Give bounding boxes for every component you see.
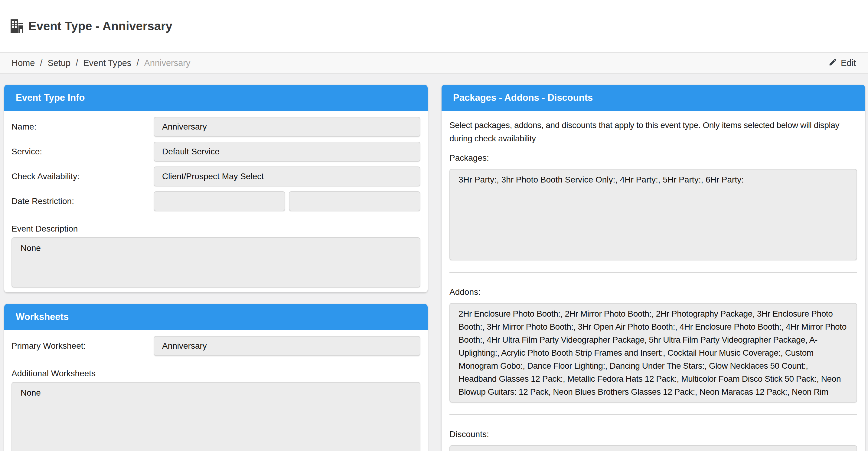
service-value: Default Service <box>154 142 421 162</box>
check-availability-value: Client/Prospect May Select <box>154 167 421 187</box>
breadcrumb-home[interactable]: Home <box>11 58 35 68</box>
breadcrumb: Home / Setup / Event Types / Anniversary <box>11 58 190 68</box>
breadcrumb-event-types[interactable]: Event Types <box>83 58 131 68</box>
date-restriction-start-value <box>154 191 285 211</box>
name-label: Name: <box>11 122 150 132</box>
date-restriction-end-value <box>289 191 421 211</box>
page-title: Event Type - Anniversary <box>28 19 173 33</box>
primary-worksheet-value: Anniversary <box>154 336 421 356</box>
building-icon <box>10 19 24 33</box>
breadcrumb-separator: / <box>75 58 78 68</box>
worksheets-panel: Worksheets Primary Worksheet: Anniversar… <box>4 304 428 451</box>
field-row-service: Service: Default Service <box>11 142 421 162</box>
section-divider <box>450 414 857 415</box>
worksheets-panel-body: Primary Worksheet: Anniversary Additiona… <box>4 330 428 451</box>
breadcrumb-setup[interactable]: Setup <box>48 58 70 68</box>
event-type-info-panel-title: Event Type Info <box>4 85 428 111</box>
name-value: Anniversary <box>154 117 421 137</box>
service-label: Service: <box>11 147 150 157</box>
field-row-primary-worksheet: Primary Worksheet: Anniversary <box>11 336 421 356</box>
primary-worksheet-label: Primary Worksheet: <box>11 341 150 351</box>
field-row-date-restriction: Date Restriction: <box>11 191 421 211</box>
field-row-name: Name: Anniversary <box>11 117 421 137</box>
discounts-label: Discounts: <box>450 429 857 439</box>
breadcrumb-bar: Home / Setup / Event Types / Anniversary… <box>0 52 868 74</box>
edit-label: Edit <box>841 58 856 68</box>
packages-value: 3Hr Party:, 3hr Photo Booth Service Only… <box>450 169 857 260</box>
addons-label: Addons: <box>450 287 857 297</box>
edit-button[interactable]: Edit <box>828 57 856 69</box>
additional-worksheets-value: None <box>11 382 421 451</box>
event-type-info-panel-body: Name: Anniversary Service: Default Servi… <box>4 111 428 292</box>
addons-value: 2Hr Enclosure Photo Booth:, 2Hr Mirror P… <box>450 303 857 402</box>
packages-addons-discounts-panel: Packages - Addons - Discounts Select pac… <box>441 85 865 451</box>
event-type-info-panel: Event Type Info Name: Anniversary Servic… <box>4 85 428 292</box>
event-description-label: Event Description <box>11 224 421 234</box>
packages-addons-discounts-title: Packages - Addons - Discounts <box>441 85 865 111</box>
packages-label: Packages: <box>450 153 857 163</box>
section-divider <box>450 272 857 273</box>
additional-worksheets-label: Additional Worksheets <box>11 369 421 378</box>
check-availability-label: Check Availability: <box>11 172 150 181</box>
discounts-value: None <box>450 445 857 451</box>
date-restriction-label: Date Restriction: <box>11 196 150 206</box>
panel-description: Select packages, addons, and discounts t… <box>450 119 857 145</box>
page-header: Event Type - Anniversary <box>0 0 868 52</box>
breadcrumb-current: Anniversary <box>144 58 190 68</box>
left-column: Event Type Info Name: Anniversary Servic… <box>4 85 428 451</box>
field-row-check-availability: Check Availability: Client/Prospect May … <box>11 167 421 187</box>
worksheets-panel-title: Worksheets <box>4 304 428 330</box>
pencil-icon <box>828 57 837 69</box>
main-content: Event Type Info Name: Anniversary Servic… <box>0 74 868 451</box>
page: Event Type - Anniversary Home / Setup / … <box>0 0 868 451</box>
right-column: Packages - Addons - Discounts Select pac… <box>441 85 865 451</box>
packages-addons-discounts-body: Select packages, addons, and discounts t… <box>441 111 865 451</box>
breadcrumb-separator: / <box>40 58 42 68</box>
event-description-value: None <box>11 237 421 287</box>
breadcrumb-separator: / <box>136 58 139 68</box>
